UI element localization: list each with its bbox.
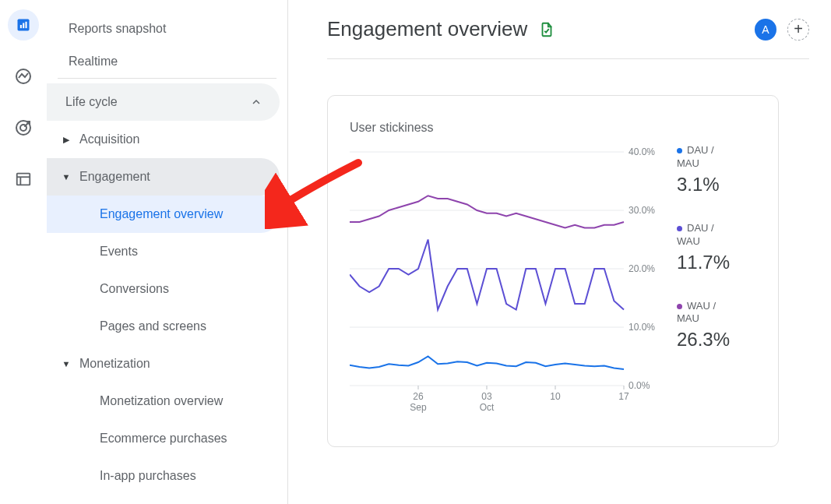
legend-item[interactable]: DAU /WAU11.7%	[677, 222, 756, 273]
nav-reports-snapshot[interactable]: Reports snapshot	[58, 12, 276, 45]
card-title: User stickiness	[350, 121, 756, 135]
explore-icon[interactable]	[8, 61, 39, 92]
svg-text:17: 17	[618, 391, 629, 402]
nav-monetization-overview[interactable]: Monetization overview	[47, 382, 280, 420]
chart-legend: DAU /MAU3.1%DAU /WAU11.7%WAU /MAU26.3%	[677, 144, 756, 428]
legend-value: 11.7%	[677, 252, 756, 273]
nav-monetization-label: Monetization	[79, 357, 150, 371]
svg-text:10.0%: 10.0%	[629, 322, 655, 333]
reports-nav: Reports snapshot Realtime Life cycle ▶ A…	[47, 0, 288, 504]
svg-text:40.0%: 40.0%	[629, 146, 655, 157]
svg-text:0.0%: 0.0%	[629, 380, 650, 391]
nav-publisher-ads[interactable]: Publisher ads	[47, 495, 280, 504]
advertising-icon[interactable]	[8, 112, 39, 143]
nav-conversions[interactable]: Conversions	[47, 270, 280, 308]
svg-text:03: 03	[481, 391, 492, 402]
svg-text:Oct: Oct	[480, 402, 495, 413]
nav-in-app-purchases[interactable]: In-app purchases	[47, 457, 280, 495]
svg-text:Sep: Sep	[410, 402, 427, 413]
nav-acquisition[interactable]: ▶ Acquisition	[47, 121, 280, 158]
svg-text:30.0%: 30.0%	[629, 205, 655, 216]
reports-icon[interactable]	[8, 9, 39, 41]
svg-rect-3	[26, 22, 27, 28]
svg-text:26: 26	[413, 391, 424, 402]
user-avatar[interactable]: A	[755, 19, 776, 41]
add-comparison-button[interactable]: +	[787, 19, 809, 41]
legend-item[interactable]: WAU /MAU26.3%	[677, 300, 756, 351]
configure-icon[interactable]	[8, 164, 39, 195]
chevron-up-icon	[250, 96, 262, 108]
legend-value: 3.1%	[677, 174, 756, 196]
icon-rail	[0, 0, 47, 504]
nav-acquisition-label: Acquisition	[79, 132, 139, 146]
nav-events[interactable]: Events	[47, 233, 280, 270]
caret-down-icon: ▼	[61, 172, 72, 182]
user-stickiness-card: User stickiness 0.0%10.0%20.0%30.0%40.0%…	[327, 95, 779, 447]
page-title: Engagement overview	[327, 17, 527, 41]
main-content: Engagement overview A + User stickiness …	[288, 0, 831, 504]
section-life-cycle-label: Life cycle	[65, 95, 250, 109]
nav-ecommerce-purchases[interactable]: Ecommerce purchases	[47, 420, 280, 457]
legend-item[interactable]: DAU /MAU3.1%	[677, 144, 756, 196]
nav-engagement[interactable]: ▼ Engagement	[47, 158, 280, 196]
verified-icon[interactable]	[538, 21, 555, 38]
legend-label: DAU /MAU	[677, 144, 756, 171]
page-header: Engagement overview A +	[327, 0, 809, 59]
section-life-cycle[interactable]: Life cycle	[47, 83, 280, 121]
svg-rect-7	[17, 174, 30, 185]
svg-rect-2	[23, 23, 24, 29]
caret-right-icon: ▶	[61, 135, 72, 145]
legend-label: WAU /MAU	[677, 300, 756, 326]
svg-text:10: 10	[550, 391, 561, 402]
nav-engagement-overview[interactable]: Engagement overview	[47, 196, 280, 233]
nav-monetization[interactable]: ▼ Monetization	[47, 345, 280, 382]
svg-rect-1	[20, 25, 22, 28]
legend-value: 26.3%	[677, 329, 756, 351]
caret-down-icon: ▼	[61, 359, 72, 368]
nav-realtime[interactable]: Realtime	[58, 45, 276, 78]
stickiness-chart: 0.0%10.0%20.0%30.0%40.0%26Sep03Oct1017	[350, 144, 661, 428]
nav-engagement-label: Engagement	[79, 170, 150, 184]
svg-text:20.0%: 20.0%	[629, 263, 655, 274]
legend-label: DAU /WAU	[677, 222, 756, 248]
nav-pages-and-screens[interactable]: Pages and screens	[47, 308, 280, 345]
